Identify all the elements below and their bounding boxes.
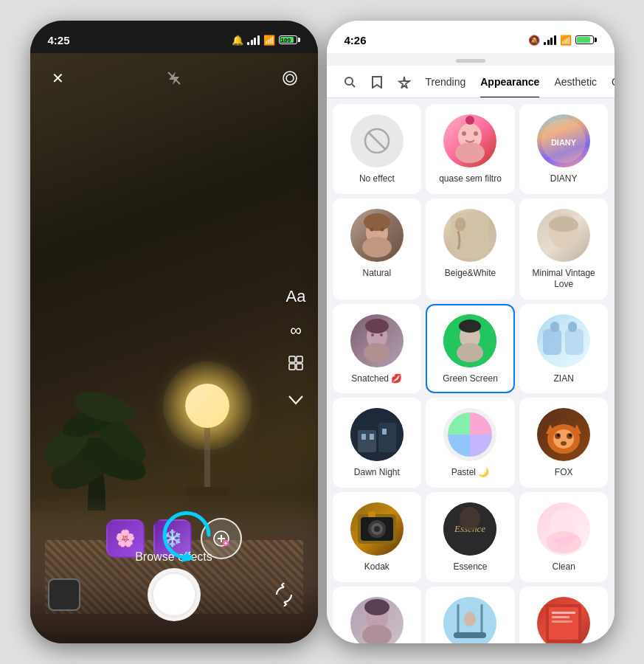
svg-point-20 — [345, 77, 353, 85]
effect-name-snatched: Snatched 💋 — [351, 373, 402, 385]
effect-card-green-screen[interactable]: Green Screen — [426, 304, 515, 394]
svg-rect-11 — [297, 356, 302, 362]
svg-point-35 — [380, 227, 384, 231]
effect-card-natural[interactable]: Natural — [333, 198, 422, 300]
effect-avatar-minimal-vintage — [537, 209, 590, 262]
tab-create[interactable] — [390, 66, 418, 98]
battery-icon: 100 — [279, 35, 300, 44]
time-left: 4:25 — [48, 34, 70, 46]
effect-card-minimal-vintage[interactable]: Minimal Vintage Love — [519, 198, 609, 300]
svg-point-65 — [561, 441, 567, 446]
status-bar-left: 4:25 🔔 📶 100 — [30, 21, 318, 53]
effect-card-diany[interactable]: DIANY DIANY — [519, 104, 609, 194]
svg-point-9 — [283, 72, 297, 85]
svg-point-74 — [460, 507, 480, 530]
svg-point-63 — [557, 434, 560, 437]
effect-avatar-quase — [443, 114, 496, 167]
effect-name-clean: Clean — [552, 561, 575, 573]
effect-card-quase[interactable]: quase sem filtro — [426, 104, 515, 194]
effect-avatar-swing — [443, 597, 496, 643]
wifi-icon-right: 📶 — [560, 35, 572, 46]
svg-point-24 — [455, 142, 485, 163]
effect-avatar-diany: DIANY — [537, 114, 590, 167]
effects-grid: No effect quase sem filt — [327, 98, 614, 643]
effect-card-beige[interactable]: Beige&White — [426, 198, 515, 300]
svg-rect-55 — [361, 434, 366, 440]
effect-card-zian[interactable]: ZIAN — [519, 304, 609, 394]
effect-avatar-pastel — [443, 408, 496, 461]
svg-point-70 — [374, 526, 380, 532]
svg-rect-51 — [568, 322, 577, 332]
svg-rect-48 — [543, 329, 561, 355]
plant-decoration — [38, 274, 156, 511]
svg-rect-10 — [289, 356, 295, 362]
tab-search[interactable] — [336, 66, 364, 98]
svg-line-22 — [368, 132, 386, 150]
wifi-icon: 📶 — [263, 35, 275, 46]
effect-card-fox[interactable]: FOX — [519, 398, 609, 488]
drag-handle[interactable] — [456, 59, 485, 63]
signal-icon-right — [544, 35, 556, 45]
flash-button[interactable] — [161, 65, 187, 91]
svg-point-34 — [370, 227, 373, 231]
effect-card-snatched[interactable]: Snatched 💋 — [333, 304, 422, 394]
infinity-tool[interactable]: ∞ — [290, 321, 302, 340]
svg-point-78 — [362, 625, 392, 643]
svg-point-33 — [364, 213, 390, 231]
effect-name-diany: DIANY — [550, 173, 578, 185]
effect-card-book[interactable] — [519, 587, 609, 643]
effect-card-essence[interactable]: Essence Essence — [426, 492, 515, 582]
tab-appearance[interactable]: Appearance — [473, 66, 547, 98]
effect-avatar-no-effect — [350, 114, 404, 167]
effect-card-kodak[interactable]: Kodak — [333, 492, 422, 582]
svg-point-79 — [364, 599, 389, 615]
effect-avatar-dawn-night — [350, 408, 404, 461]
brightness-button[interactable] — [277, 65, 303, 91]
svg-point-64 — [569, 434, 572, 437]
camera-right-tools: Aa ∞ — [286, 287, 306, 409]
tab-ga[interactable]: Ga — [604, 66, 614, 98]
svg-rect-12 — [289, 364, 295, 370]
svg-point-32 — [362, 237, 392, 257]
battery-icon-right — [575, 35, 597, 44]
effect-card-clean[interactable]: Clean — [519, 492, 609, 582]
chevron-down-tool[interactable] — [288, 390, 304, 409]
tab-aesthetic[interactable]: Aesthetic — [547, 66, 604, 98]
status-icons-left: 🔔 📶 100 — [232, 35, 300, 46]
status-bar-right: 4:26 🔕 📶 — [327, 21, 614, 53]
notification-icon: 🔔 — [232, 35, 243, 46]
svg-rect-89 — [552, 620, 572, 623]
tab-bookmark[interactable] — [364, 66, 390, 98]
lamp — [185, 384, 229, 496]
effect-card-swing[interactable] — [426, 587, 515, 643]
effect-name-essence: Essence — [453, 561, 487, 573]
effect-name-quase: quase sem filtro — [439, 173, 502, 185]
effect-name-beige: Beige&White — [445, 268, 496, 280]
effect-avatar-green-screen — [443, 314, 496, 367]
effect-name-minimal-vintage: Minimal Vintage Love — [527, 268, 601, 291]
effect-card-pastel[interactable]: Pastel 🌙 — [426, 398, 515, 488]
svg-rect-83 — [454, 632, 486, 638]
effect-name-fox: FOX — [555, 467, 573, 479]
svg-point-25 — [462, 131, 466, 136]
svg-point-8 — [286, 75, 294, 82]
right-phone: 4:26 🔕 📶 — [327, 21, 614, 643]
notification-icon-right: 🔕 — [528, 35, 540, 46]
svg-point-40 — [364, 343, 390, 362]
svg-rect-53 — [358, 430, 376, 452]
effect-card-no-effect[interactable]: No effect — [333, 104, 422, 194]
text-tool[interactable]: Aa — [286, 287, 306, 306]
svg-rect-13 — [297, 364, 302, 370]
gallery-thumbnail[interactable] — [48, 578, 80, 611]
status-icons-right: 🔕 📶 — [528, 35, 597, 46]
tab-trending[interactable]: Trending — [418, 66, 474, 98]
effect-card-person1[interactable] — [333, 587, 422, 643]
effects-tabs: Trending Appearance Aesthetic Ga — [327, 66, 614, 98]
effect-card-dawn-night[interactable]: Dawn Night — [333, 398, 422, 488]
svg-point-46 — [457, 343, 483, 362]
grid-tool[interactable] — [288, 355, 304, 376]
svg-rect-57 — [382, 429, 387, 435]
effect-avatar-kodak — [350, 502, 404, 556]
close-button[interactable]: ✕ — [45, 65, 72, 91]
flip-camera-button[interactable] — [268, 578, 300, 611]
